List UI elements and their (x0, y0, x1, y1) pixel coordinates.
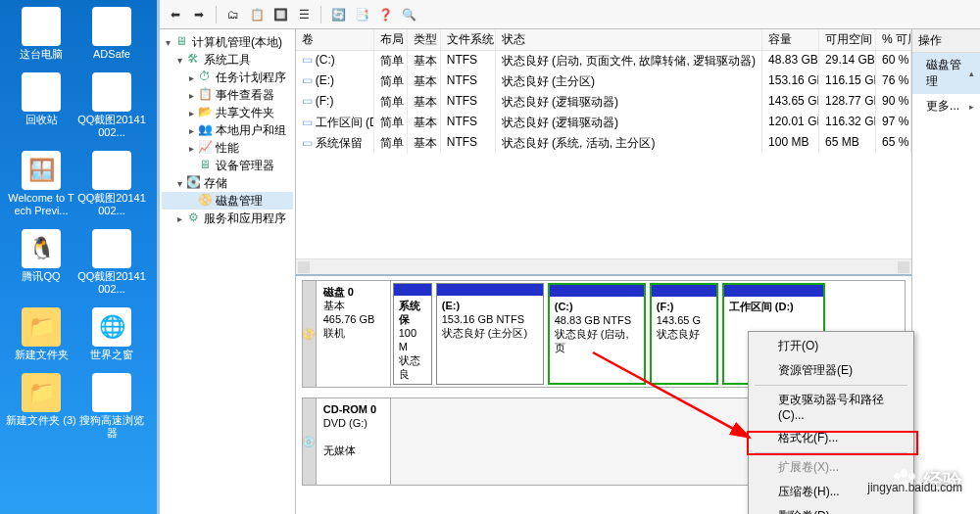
desktop: 🖥这台电脑AADSafe🗑回收站🖼QQ截图20141002...🪟Welcome… (0, 0, 157, 514)
tree-node-label: 存储 (204, 175, 227, 192)
volumes-header[interactable]: 卷 布局 类型 文件系统 状态 容量 可用空间 % 可用 (296, 29, 911, 51)
desktop-icon-glyph: S (92, 373, 131, 412)
toolbar-btn-4[interactable]: ☰ (294, 5, 314, 24)
desktop-icon-0[interactable]: 🖥这台电脑 (6, 5, 76, 61)
tree-node-label: 设备管理器 (216, 158, 274, 174)
tree-node-label: 共享文件夹 (216, 105, 274, 121)
partition-1[interactable]: (E:)153.16 GB NTFS状态良好 (主分区) (436, 283, 544, 385)
cdrom-title: CD-ROM 0 (323, 403, 376, 415)
volume-row[interactable]: ▭(E:)简单基本NTFS状态良好 (主分区)153.16 GB116.15 G… (296, 71, 911, 92)
tree-node-icon: ⚙ (185, 210, 201, 226)
partition-context-menu[interactable]: 打开(O)资源管理器(E)更改驱动器号和路径(C)...格式化(F)...扩展卷… (748, 331, 914, 514)
help-button[interactable]: ❓ (375, 5, 395, 24)
toolbar-btn-6[interactable]: 🔍 (399, 5, 418, 24)
menu-item-6: 扩展卷(X)... (751, 455, 911, 480)
tree-node-9[interactable]: ▸⚙服务和应用程序 (162, 210, 293, 227)
toolbar-btn-2[interactable]: 📋 (247, 5, 267, 24)
desktop-icon-7[interactable]: 🖼QQ截图20141002... (76, 227, 147, 296)
tree-node-1[interactable]: ▸⏱任务计划程序 (162, 69, 293, 86)
menu-item-1[interactable]: 资源管理器(E) (751, 358, 911, 383)
col-header-type[interactable]: 类型 (408, 29, 441, 50)
volume-row[interactable]: ▭(F:)简单基本NTFS状态良好 (逻辑驱动器)143.65 GB128.77… (296, 92, 911, 113)
refresh-button[interactable]: 🔄 (328, 5, 348, 24)
horizontal-scrollbar[interactable] (296, 258, 911, 274)
toolbar: ⬅ ➡ 🗂 📋 🔲 ☰ 🔄 📑 ❓ 🔍 (160, 0, 980, 29)
volume-row[interactable]: ▭(C:)简单基本NTFS状态良好 (启动, 页面文件, 故障转储, 逻辑驱动器… (296, 51, 911, 71)
actions-diskmgmt[interactable]: 磁盘管理 ▴ (912, 53, 980, 94)
toolbar-btn-1[interactable]: 🗂 (223, 5, 243, 24)
desktop-icon-label: 世界之窗 (76, 349, 147, 361)
forward-button[interactable]: ➡ (189, 5, 209, 24)
desktop-icon-8[interactable]: 📁新建文件夹 (6, 305, 76, 361)
tree-node-label: 任务计划程序 (216, 70, 286, 86)
desktop-icon-label: QQ截图20141002... (76, 114, 147, 139)
disk-0-size: 465.76 GB (323, 313, 375, 325)
disk-0-state: 联机 (323, 327, 345, 339)
col-header-status[interactable]: 状态 (496, 29, 762, 50)
menu-item-3[interactable]: 更改驱动器号和路径(C)... (751, 388, 911, 426)
expand-icon[interactable]: ▸ (185, 108, 197, 118)
tree-node-icon: 📈 (197, 140, 213, 156)
desktop-icon-glyph: A (92, 7, 131, 46)
toolbar-btn-5[interactable]: 📑 (352, 5, 371, 24)
desktop-icon-5[interactable]: 🖼QQ截图20141002... (76, 149, 147, 217)
partition-0[interactable]: 系统保100 M状态良 (393, 283, 432, 385)
partition-color-bar (724, 285, 823, 297)
col-header-free[interactable]: 可用空间 (819, 29, 876, 50)
tree-node-6[interactable]: 🖥设备管理器 (162, 157, 293, 174)
disk-0-title: 磁盘 0 (323, 286, 354, 298)
actions-more[interactable]: 更多... ▸ (912, 94, 980, 118)
menu-item-7[interactable]: 压缩卷(H)... (751, 480, 911, 504)
desktop-icon-9[interactable]: 🌐世界之窗 (76, 305, 147, 361)
partition-3[interactable]: (F:)143.65 G状态良好 (650, 283, 718, 385)
expand-icon[interactable]: ▾ (173, 178, 185, 189)
col-header-percent[interactable]: % 可用 (876, 29, 911, 50)
toolbar-btn-3[interactable]: 🔲 (270, 5, 290, 24)
tree-node-label: 事件查看器 (216, 87, 274, 104)
expand-icon[interactable]: ▸ (185, 90, 197, 101)
expand-icon[interactable]: ▸ (185, 72, 197, 83)
volume-icon: ▭ (302, 116, 316, 129)
partition-color-bar (652, 285, 716, 297)
chevron-right-icon: ▸ (969, 102, 974, 112)
col-header-volume[interactable]: 卷 (296, 29, 374, 50)
expand-icon[interactable]: ▾ (173, 55, 185, 66)
col-header-fs[interactable]: 文件系统 (441, 29, 496, 50)
desktop-icon-1[interactable]: AADSafe (76, 5, 147, 61)
col-header-capacity[interactable]: 容量 (762, 29, 819, 50)
menu-item-0[interactable]: 打开(O) (751, 334, 911, 358)
expand-icon[interactable]: ▸ (185, 143, 197, 154)
volume-row[interactable]: ▭工作区间 (D:)简单基本NTFS状态良好 (逻辑驱动器)120.01 GB1… (296, 113, 911, 133)
tree-root[interactable]: ▾🖥 计算机管理(本地) (162, 33, 293, 51)
desktop-icon-10[interactable]: 📁新建文件夹 (3) (6, 371, 76, 427)
desktop-icon-glyph: 🖥 (22, 7, 61, 46)
tree-node-7[interactable]: ▾💽存储 (162, 174, 293, 192)
tree-node-5[interactable]: ▸📈性能 (162, 139, 293, 157)
menu-item-4[interactable]: 格式化(F)... (751, 426, 911, 450)
tree-node-2[interactable]: ▸📋事件查看器 (162, 86, 293, 104)
tree-node-4[interactable]: ▸👥本地用户和组 (162, 121, 293, 139)
desktop-icon-label: QQ截图20141002... (76, 270, 147, 296)
volume-row[interactable]: ▭系统保留简单基本NTFS状态良好 (系统, 活动, 主分区)100 MB65 … (296, 133, 911, 154)
expand-icon[interactable]: ▸ (173, 213, 185, 224)
tree-node-icon: 📂 (197, 105, 213, 120)
desktop-icon-3[interactable]: 🖼QQ截图20141002... (76, 70, 147, 139)
desktop-icon-4[interactable]: 🪟Welcome to Tech Previ... (6, 149, 76, 217)
partition-2[interactable]: (C:)48.83 GB NTFS状态良好 (启动, 页 (548, 283, 646, 385)
desktop-icon-glyph: 🖼 (92, 151, 131, 190)
nav-tree[interactable]: ▾🖥 计算机管理(本地) ▾🛠系统工具▸⏱任务计划程序▸📋事件查看器▸📂共享文件… (160, 29, 296, 514)
cdrom-icon: 💿 (303, 398, 317, 485)
expand-icon[interactable]: ▸ (185, 125, 197, 136)
cdrom-dev: DVD (G:) (323, 417, 368, 429)
tree-node-8[interactable]: 📀磁盘管理 (162, 192, 293, 210)
desktop-icon-11[interactable]: S搜狗高速浏览器 (76, 371, 147, 440)
back-button[interactable]: ⬅ (166, 5, 185, 24)
tree-node-3[interactable]: ▸📂共享文件夹 (162, 104, 293, 121)
desktop-icon-2[interactable]: 🗑回收站 (6, 70, 76, 126)
tree-node-0[interactable]: ▾🛠系统工具 (162, 51, 293, 69)
menu-item-8[interactable]: 删除卷(D)... (751, 504, 911, 514)
col-header-layout[interactable]: 布局 (374, 29, 408, 50)
disk-0-type: 基本 (323, 300, 345, 311)
desktop-icon-label: ADSafe (76, 48, 147, 61)
desktop-icon-6[interactable]: 🐧腾讯QQ (6, 227, 76, 283)
